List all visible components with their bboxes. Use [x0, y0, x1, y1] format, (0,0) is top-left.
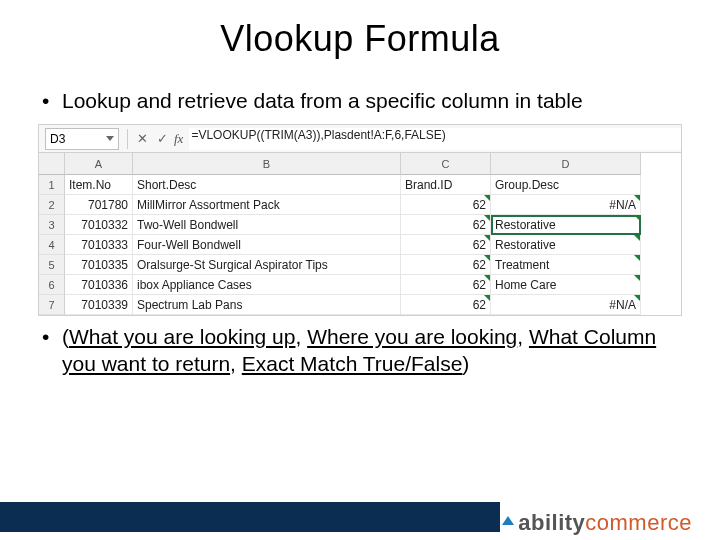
cell[interactable]: #N/A [491, 195, 641, 215]
cancel-icon[interactable]: ✕ [132, 129, 152, 149]
col-header[interactable]: D [491, 153, 641, 175]
cell[interactable]: Two-Well Bondwell [133, 215, 401, 235]
cell[interactable]: 62 [401, 195, 491, 215]
bullet-description: Lookup and retrieve data from a specific… [38, 88, 682, 114]
triangle-icon [502, 516, 514, 525]
chevron-down-icon [106, 136, 114, 141]
cell[interactable]: #N/A [491, 295, 641, 315]
divider [127, 129, 128, 149]
cell[interactable]: 701780 [65, 195, 133, 215]
row-header[interactable]: 1 [39, 175, 65, 195]
cell[interactable]: Home Care [491, 275, 641, 295]
cell[interactable]: 7010339 [65, 295, 133, 315]
cell[interactable]: 62 [401, 295, 491, 315]
cell[interactable]: MillMirror Assortment Pack [133, 195, 401, 215]
cell[interactable]: 62 [401, 215, 491, 235]
cell[interactable]: 7010333 [65, 235, 133, 255]
select-all-corner[interactable] [39, 153, 65, 175]
arg-range-lookup: Exact Match True/False [242, 352, 463, 375]
arg-lookup-value: What you are looking up [69, 325, 295, 348]
cell[interactable]: 7010335 [65, 255, 133, 275]
logo-text-commerce: commerce [585, 510, 692, 536]
excel-screenshot: D3 ✕ ✓ fx =VLOOKUP((TRIM(A3)),Plasdent!A… [38, 124, 682, 316]
cell[interactable]: 7010332 [65, 215, 133, 235]
paren-close: ) [462, 352, 469, 375]
worksheet-grid: 1 2 3 4 5 6 7 A B C D Item.No Short.Desc [39, 153, 681, 315]
comma: , [517, 325, 529, 348]
cell[interactable]: 62 [401, 255, 491, 275]
cell[interactable]: Treatment [491, 255, 641, 275]
footer-bar [0, 502, 500, 532]
row-header[interactable]: 3 [39, 215, 65, 235]
cell[interactable]: Short.Desc [133, 175, 401, 195]
brand-logo: abilitycommerce [502, 510, 692, 536]
row-header[interactable]: 2 [39, 195, 65, 215]
col-header[interactable]: A [65, 153, 133, 175]
cell[interactable]: 7010336 [65, 275, 133, 295]
cell[interactable]: Oralsurge-St Surgical Aspirator Tips [133, 255, 401, 275]
cell[interactable]: Restorative [491, 235, 641, 255]
name-box[interactable]: D3 [45, 128, 119, 150]
arg-table-array: Where you are looking [307, 325, 517, 348]
cell[interactable]: Item.No [65, 175, 133, 195]
cell[interactable]: Brand.ID [401, 175, 491, 195]
cell[interactable]: ibox Appliance Cases [133, 275, 401, 295]
name-box-value: D3 [50, 132, 65, 146]
fx-icon[interactable]: fx [174, 131, 183, 147]
slide-title: Vlookup Formula [0, 18, 720, 60]
cell[interactable]: 62 [401, 235, 491, 255]
cell[interactable]: 62 [401, 275, 491, 295]
logo-text-ability: ability [518, 510, 585, 536]
comma: , [295, 325, 307, 348]
cell[interactable]: Spectrum Lab Pans [133, 295, 401, 315]
row-header[interactable]: 6 [39, 275, 65, 295]
cell[interactable]: Four-Well Bondwell [133, 235, 401, 255]
bullet-syntax: (What you are looking up, Where you are … [38, 324, 682, 377]
col-header[interactable]: B [133, 153, 401, 175]
comma: , [230, 352, 242, 375]
paren-open: ( [62, 325, 69, 348]
row-header[interactable]: 7 [39, 295, 65, 315]
formula-bar: D3 ✕ ✓ fx =VLOOKUP((TRIM(A3)),Plasdent!A… [39, 125, 681, 153]
row-header[interactable]: 4 [39, 235, 65, 255]
col-header[interactable]: C [401, 153, 491, 175]
cell[interactable]: Group.Desc [491, 175, 641, 195]
cell-selected[interactable]: Restorative [491, 215, 641, 235]
row-header[interactable]: 5 [39, 255, 65, 275]
formula-input[interactable]: =VLOOKUP((TRIM(A3)),Plasdent!A:F,6,FALSE… [189, 128, 681, 150]
accept-icon[interactable]: ✓ [152, 129, 172, 149]
